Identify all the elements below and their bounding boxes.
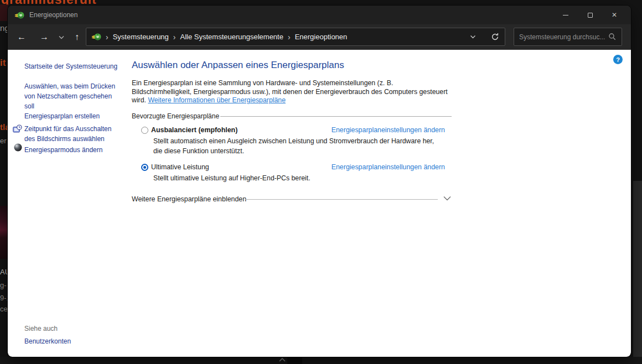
radio-ausbalanciert[interactable] — [141, 127, 148, 134]
background-text-fragment: it — [0, 58, 6, 69]
sidebar-item-netzschalter[interactable]: Auswählen, was beim Drücken von Netzscha… — [24, 81, 120, 111]
plan-description: Stellt ultimative Leistung auf Higher-En… — [153, 173, 440, 183]
show-more-plans-label[interactable]: Weitere Energiesparpläne einblenden — [132, 195, 246, 203]
background-panel — [633, 181, 642, 364]
breadcrumb-separator-icon: › — [106, 33, 108, 41]
breadcrumb-separator-icon: › — [173, 33, 176, 41]
sidebar-item-energiesparplan-erstellen[interactable]: Energiesparplan erstellen — [24, 111, 100, 121]
background-image-fragment — [0, 206, 8, 259]
breadcrumb-energieoptionen[interactable]: Energieoptionen — [295, 33, 348, 41]
chevron-down-icon — [59, 35, 64, 39]
close-icon: ✕ — [612, 11, 617, 19]
minimize-icon — [563, 15, 568, 15]
plan-description: Stellt automatisch einen Ausgleich zwisc… — [153, 136, 440, 156]
search-input[interactable] — [519, 33, 608, 41]
sidebar-item-benutzerkonten[interactable]: Benutzerkonten — [24, 337, 71, 345]
back-button[interactable]: ← — [14, 24, 29, 50]
navigation-toolbar: ← → ↑ › Systemsteuerung — [8, 24, 631, 50]
address-dropdown-icon[interactable] — [470, 35, 476, 39]
search-box — [514, 28, 622, 46]
maximize-button[interactable] — [578, 6, 602, 24]
plan-settings-link[interactable]: Energiesparplaneinstellungen ändern — [332, 126, 445, 134]
forward-button[interactable]: → — [37, 24, 51, 50]
section-label-bevorzugte: Bevorzugte Energiesparpläne — [132, 112, 219, 120]
recent-pages-dropdown[interactable] — [56, 24, 66, 50]
up-button[interactable]: ↑ — [70, 24, 84, 50]
sidebar-item-zeitpunkt-bildschirm[interactable]: Zeitpunkt für das Ausschalten des Bildsc… — [24, 124, 122, 144]
plan-name[interactable]: Ausbalanciert (empfohlen) — [151, 126, 237, 134]
plan-name[interactable]: Ultimative Leistung — [151, 163, 209, 171]
background-text-fragment: ce — [0, 305, 8, 313]
breadcrumb-systemsteuerung[interactable]: Systemsteuerung — [113, 33, 169, 41]
radio-ultimative-leistung[interactable] — [141, 164, 148, 171]
background-taskbar-strip — [0, 357, 642, 364]
sidebar-item-startseite[interactable]: Startseite der Systemsteuerung — [24, 61, 117, 71]
background-block — [0, 4, 8, 21]
screen-clock-icon — [13, 124, 22, 134]
help-icon: ? — [616, 56, 620, 63]
title-bar[interactable]: Energieoptionen ✕ — [8, 6, 631, 24]
chevron-up-icon[interactable] — [278, 357, 287, 363]
power-options-icon — [15, 11, 24, 20]
plan-settings-link[interactable]: Energiesparplaneinstellungen ändern — [332, 163, 445, 171]
search-icon[interactable] — [608, 33, 617, 41]
background-text-fragment: er — [0, 137, 7, 145]
close-button[interactable]: ✕ — [602, 6, 627, 24]
refresh-icon[interactable] — [491, 33, 499, 41]
desktop-stage: grammusierult ng it tla er AUS g- 9-1 ce… — [0, 0, 642, 364]
address-bar[interactable]: › Systemsteuerung › Alle Systemsteuerung… — [86, 28, 505, 46]
window-title: Energieoptionen — [29, 11, 77, 19]
background-text-fragment: g- — [0, 281, 7, 289]
section-divider — [220, 116, 452, 117]
page-title: Auswählen oder Anpassen eines Energiespa… — [132, 60, 344, 71]
sidebar-item-energiesparmodus[interactable]: Energiesparmodus ändern — [24, 145, 102, 155]
minimize-button[interactable] — [553, 6, 578, 24]
window-controls: ✕ — [553, 6, 627, 24]
maximize-icon — [588, 13, 593, 18]
help-button[interactable]: ? — [613, 55, 623, 64]
expand-chevron-down-icon[interactable] — [443, 195, 452, 201]
breadcrumb-separator-icon: › — [288, 33, 291, 41]
more-info-link[interactable]: Weitere Informationen über Energiesparpl… — [148, 96, 286, 104]
background-block — [287, 357, 302, 364]
more-plans-divider — [245, 199, 438, 200]
sidebar-see-also-header: Siehe auch — [24, 325, 58, 332]
energieoptionen-window: Energieoptionen ✕ ← → ↑ — [8, 6, 631, 357]
breadcrumb-alle-elemente[interactable]: Alle Systemsteuerungselemente — [180, 33, 283, 41]
control-panel-content: Startseite der Systemsteuerung Auswählen… — [8, 50, 631, 357]
power-options-icon — [92, 32, 101, 41]
sphere-icon — [14, 143, 22, 152]
intro-paragraph: Ein Energiesparplan ist eine Sammlung vo… — [132, 79, 452, 105]
